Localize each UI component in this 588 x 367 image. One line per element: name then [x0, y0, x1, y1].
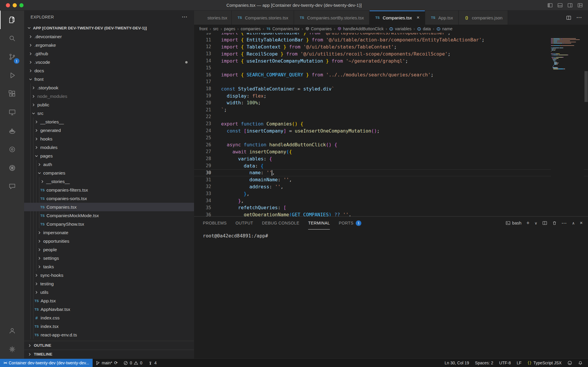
breadcrumb-pages[interactable]: pages: [224, 26, 235, 31]
close-window-button[interactable]: [6, 3, 10, 7]
tree-item-pages[interactable]: pages: [24, 152, 194, 160]
tree-item-utils[interactable]: utils: [24, 288, 194, 296]
tree-item-.vscode[interactable]: .vscode: [24, 58, 194, 66]
code-line-12[interactable]: 12import { TableContext } from '@/ui/tab…: [194, 43, 588, 51]
code-line-18[interactable]: 18const StyledTableContainer = styled.di…: [194, 85, 588, 92]
tree-item-tasks[interactable]: tasks: [24, 262, 194, 271]
tree-item-docs[interactable]: docs: [24, 66, 194, 75]
split-editor-icon[interactable]: [566, 15, 571, 20]
tree-item-.storybook[interactable]: .storybook: [24, 83, 194, 92]
tree-item-.github[interactable]: .github: [24, 49, 194, 58]
code-line-22[interactable]: 22: [194, 113, 588, 120]
tree-item-people[interactable]: people: [24, 245, 194, 254]
tree-item-node_modules[interactable]: node_modules: [24, 92, 194, 100]
toggle-secondary-sidebar-icon[interactable]: [567, 3, 573, 8]
cursor-position[interactable]: Ln 30, Col 19: [442, 359, 472, 367]
breadcrumb-handleAddButtonClick[interactable]: handleAddButtonClick: [337, 26, 384, 31]
terminal-output[interactable]: root@0a42ecd84891:/app#: [194, 229, 588, 358]
breadcrumb-companies[interactable]: companies: [241, 26, 261, 31]
panel-tab-terminal[interactable]: TERMINAL: [308, 217, 330, 229]
tab-companies.json[interactable]: {}companies.json: [459, 11, 508, 25]
new-terminal-icon[interactable]: +: [527, 220, 530, 226]
editor-more-actions-icon[interactable]: ···: [577, 15, 582, 20]
code-editor[interactable]: 10import { WithTopBarContainer } from '@…: [194, 33, 588, 216]
breadcrumb-Companies.tsx[interactable]: TSCompanies.tsx: [266, 26, 300, 31]
code-line-14[interactable]: 14import { useInsertOneCompanyMutation }…: [194, 57, 588, 64]
code-line-26[interactable]: 26 async function handleAddButtonClick()…: [194, 141, 588, 148]
indentation-setting[interactable]: Spaces: 2: [472, 359, 496, 367]
code-line-10[interactable]: 10import { WithTopBarContainer } from '@…: [194, 33, 588, 36]
tab-stories.tsx[interactable]: stories.tsx: [194, 11, 232, 25]
tree-item-modules[interactable]: modules: [24, 143, 194, 152]
code-line-35[interactable]: 35 refetchQueries: [: [194, 204, 588, 211]
close-tab-icon[interactable]: ×: [417, 15, 420, 21]
breadcrumb-Companies[interactable]: Companies: [305, 26, 332, 31]
comments-icon[interactable]: [0, 177, 24, 196]
panel-tab-output[interactable]: OUTPUT: [235, 217, 253, 229]
zoom-window-button[interactable]: [19, 3, 24, 7]
encoding-setting[interactable]: UTF-8: [496, 359, 514, 367]
kill-terminal-icon[interactable]: [552, 221, 557, 225]
code-line-11[interactable]: 11import { EntityTableActionBar } from '…: [194, 36, 588, 43]
workspace-section-header[interactable]: APP [CONTAINER DEV-TWENTY-DEV (DEV-TWENT…: [24, 24, 194, 32]
code-line-28[interactable]: 28 variables: {: [194, 155, 588, 162]
tree-item-src[interactable]: src: [24, 109, 194, 118]
explorer-more-actions-icon[interactable]: ···: [182, 14, 188, 20]
chevron-down-icon[interactable]: ∨: [534, 221, 537, 225]
tree-item-opportunities[interactable]: opportunities: [24, 237, 194, 245]
docker-icon[interactable]: [0, 122, 24, 140]
split-terminal-icon[interactable]: [542, 221, 547, 225]
outline-section-header[interactable]: OUTLINE: [24, 341, 194, 350]
code-line-13[interactable]: 13import { RecoilScope } from '@/ui/util…: [194, 50, 588, 57]
remote-indicator[interactable]: >< Container dev-twenty-dev (dev-twenty-…: [0, 359, 93, 367]
breadcrumb-variables[interactable]: variables: [389, 26, 411, 31]
tree-item-companies[interactable]: companies: [24, 169, 194, 177]
tree-item-public[interactable]: public: [24, 100, 194, 109]
tree-item-__stories__[interactable]: __stories__: [24, 177, 194, 186]
code-line-23[interactable]: 23export function Companies() {: [194, 120, 588, 127]
toggle-primary-sidebar-icon[interactable]: [547, 3, 553, 8]
panel-tab-debug-console[interactable]: DEBUG CONSOLE: [262, 217, 299, 229]
tree-item-testing[interactable]: testing: [24, 279, 194, 288]
breadcrumb-src[interactable]: src: [213, 26, 219, 31]
sync-changes-icon[interactable]: ⟳: [114, 360, 118, 366]
breadcrumb-data[interactable]: data: [417, 26, 431, 31]
code-line-25[interactable]: 25: [194, 134, 588, 141]
tree-item-generated[interactable]: generated: [24, 126, 194, 135]
code-line-36[interactable]: 36 getOperationName(GET_COMPANIES) ?? ''…: [194, 211, 588, 216]
code-line-15[interactable]: 15: [194, 64, 588, 71]
tab-Companies.sortBy.stories.tsx[interactable]: TSCompanies.sortBy.stories.tsx: [294, 11, 370, 25]
tree-item-react-app-env.d.ts[interactable]: TSreact-app-env.d.ts: [24, 331, 194, 339]
git-branch-status[interactable]: main* ⟳: [93, 359, 121, 367]
tab-Companies.tsx[interactable]: TSCompanies.tsx×: [370, 11, 425, 25]
breadcrumb-name[interactable]: name: [436, 26, 452, 31]
settings-icon[interactable]: [0, 340, 24, 358]
terminal-profile[interactable]: bash: [506, 221, 521, 225]
code-line-34[interactable]: 34 },: [194, 197, 588, 204]
code-line-31[interactable]: 31 domainName: '',: [194, 176, 588, 183]
code-line-21[interactable]: 21`;: [194, 106, 588, 113]
problems-status[interactable]: 0 0: [121, 359, 145, 367]
tree-item-front[interactable]: front: [24, 75, 194, 83]
search-icon[interactable]: [0, 29, 24, 48]
tree-item-index.css[interactable]: #index.css: [24, 314, 194, 322]
code-line-17[interactable]: 17: [194, 78, 588, 86]
panel-tab-problems[interactable]: PROBLEMS: [203, 217, 227, 229]
code-line-19[interactable]: 19 display: flex;: [194, 92, 588, 99]
tree-item-CompanyShow.tsx[interactable]: TSCompanyShow.tsx: [24, 220, 194, 228]
tree-item-sync-hooks[interactable]: sync-hooks: [24, 271, 194, 279]
feedback-smiley-icon[interactable]: [564, 359, 575, 367]
tree-item-.ergomake[interactable]: .ergomake: [24, 41, 194, 49]
code-line-32[interactable]: 32 address: '',: [194, 183, 588, 190]
accounts-icon[interactable]: [0, 321, 24, 340]
tree-item-CompaniesMockMode.tsx[interactable]: TSCompaniesMockMode.tsx: [24, 211, 194, 220]
toggle-panel-icon[interactable]: [557, 3, 563, 8]
tree-item-__stories__[interactable]: __stories__: [24, 118, 194, 126]
code-line-27[interactable]: 27 await insertCompany({: [194, 148, 588, 155]
tab-Companies.stories.tsx[interactable]: TSCompanies.stories.tsx: [232, 11, 294, 25]
language-mode[interactable]: {} TypeScript JSX: [524, 359, 564, 367]
breadcrumb-front[interactable]: front: [199, 26, 208, 31]
tree-item-settings[interactable]: settings: [24, 254, 194, 262]
extensions-icon[interactable]: [0, 85, 24, 103]
explorer-icon[interactable]: [0, 11, 24, 29]
